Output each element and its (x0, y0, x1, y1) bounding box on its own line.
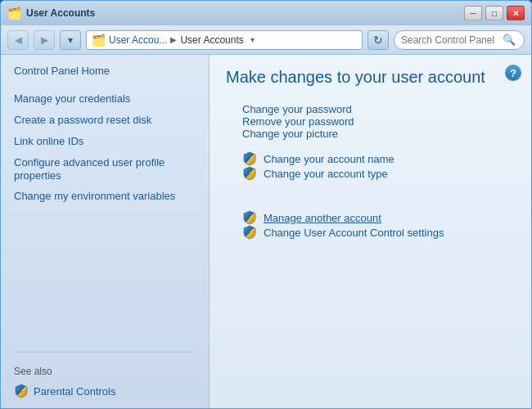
uac-shield-icon-2 (242, 166, 257, 181)
refresh-button[interactable]: ↻ (367, 30, 389, 50)
bottom-shield-actions-group: Manage another account (242, 210, 515, 240)
parental-controls-label: Parental Controls (34, 385, 115, 398)
sidebar-home-link[interactable]: Control Panel Home (14, 65, 196, 77)
sidebar: Control Panel Home Manage your credentia… (1, 55, 210, 408)
panel-title: Make changes to your user account (226, 68, 515, 87)
search-icon: 🔍 (503, 34, 516, 46)
maximize-button[interactable]: □ (485, 6, 503, 20)
parental-controls-link[interactable]: Parental Controls (14, 384, 196, 398)
search-bar[interactable]: 🔍 (394, 30, 525, 50)
right-panel: ? Make changes to your user account Chan… (210, 55, 531, 408)
change-account-name-link[interactable]: Change your account name (242, 151, 515, 166)
uac-settings-link[interactable]: Change User Account Control settings (242, 225, 515, 240)
sidebar-link-credentials[interactable]: Manage your credentials (14, 90, 196, 108)
main-window: 🗂️ User Accounts ─ □ ✕ ◀ ▶ ▾ 🗂️ User Acc… (0, 0, 532, 409)
action-links: Change your password Remove your passwor… (242, 103, 515, 246)
title-bar: 🗂️ User Accounts ─ □ ✕ (1, 1, 531, 25)
change-picture-link[interactable]: Change your picture (242, 128, 515, 140)
window-title: User Accounts (26, 7, 95, 19)
change-account-type-link[interactable]: Change your account type (242, 166, 515, 181)
sidebar-link-advanced-profile[interactable]: Configure advanced user profile properti… (14, 155, 196, 186)
search-input[interactable] (401, 34, 499, 46)
parental-controls-icon (14, 384, 29, 398)
sidebar-link-env-variables[interactable]: Change my environment variables (14, 188, 196, 205)
title-bar-controls: ─ □ ✕ (464, 6, 525, 20)
breadcrumb-separator: ▶ (170, 35, 177, 44)
minimize-button[interactable]: ─ (464, 6, 482, 20)
breadcrumb-dropdown-arrow: ▾ (250, 35, 255, 44)
see-also-label: See also (14, 366, 196, 377)
sidebar-see-also: See also Parental Cont (14, 352, 196, 398)
forward-button[interactable]: ▶ (34, 30, 55, 50)
shield-actions-group: Change your account name (242, 151, 515, 181)
separator (242, 192, 515, 205)
main-content: Control Panel Home Manage your credentia… (1, 55, 531, 408)
breadcrumb-part1: User Accou... (109, 34, 167, 46)
back-button[interactable]: ◀ (7, 30, 29, 50)
breadcrumb[interactable]: 🗂️ User Accou... ▶ User Accounts ▾ (86, 30, 363, 50)
change-password-link[interactable]: Change your password (242, 103, 515, 115)
title-bar-left: 🗂️ User Accounts (7, 7, 95, 20)
dropdown-button[interactable]: ▾ (60, 30, 81, 50)
sidebar-link-reset-disk[interactable]: Create a password reset disk (14, 111, 196, 129)
manage-another-account-link[interactable]: Manage another account (242, 210, 515, 225)
uac-shield-icon-3 (242, 210, 257, 225)
sidebar-links: Manage your credentials Create a passwor… (14, 90, 196, 205)
plain-actions-group: Change your password Remove your passwor… (242, 103, 515, 140)
help-button[interactable]: ? (505, 65, 521, 81)
uac-shield-icon-1 (242, 151, 257, 166)
sidebar-link-online-ids[interactable]: Link online IDs (14, 133, 196, 151)
close-button[interactable]: ✕ (507, 6, 525, 20)
remove-password-link[interactable]: Remove your password (242, 115, 515, 128)
uac-shield-icon-4 (242, 225, 257, 240)
address-bar: ◀ ▶ ▾ 🗂️ User Accou... ▶ User Accounts ▾… (1, 25, 531, 55)
breadcrumb-part2: User Accounts (180, 34, 243, 46)
